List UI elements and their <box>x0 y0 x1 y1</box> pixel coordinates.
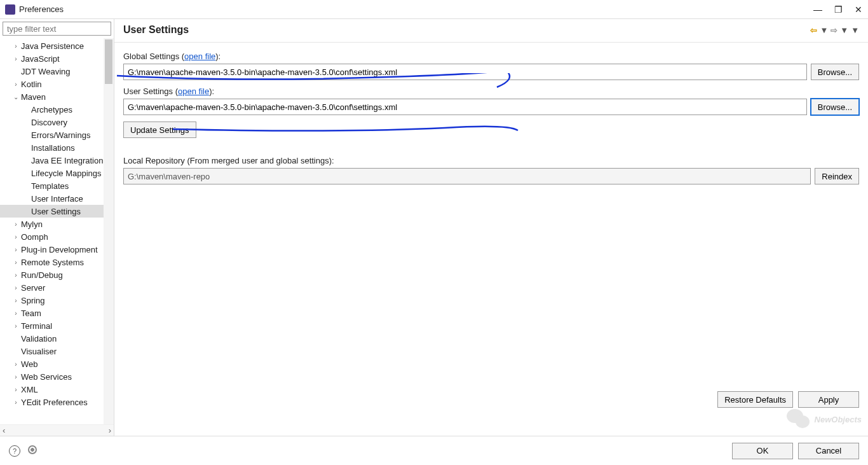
user-open-file-link[interactable]: open file <box>178 87 209 96</box>
tree-label: User Interface <box>31 194 83 204</box>
window-title: Preferences <box>19 4 813 14</box>
chevron-right-icon[interactable]: › <box>11 310 20 317</box>
tree-item-templates[interactable]: Templates <box>0 179 114 192</box>
tree-item-xml[interactable]: ›XML <box>0 383 114 396</box>
tree-item-remote-systems[interactable]: ›Remote Systems <box>0 256 114 268</box>
tree-item-javascript[interactable]: ›JavaScript <box>0 52 114 65</box>
global-browse-button[interactable]: Browse... <box>811 64 859 80</box>
tree-item-maven[interactable]: ⌄Maven <box>0 90 114 103</box>
tree-label: JDT Weaving <box>20 67 71 76</box>
chevron-right-icon[interactable]: › <box>11 272 20 279</box>
ok-button[interactable]: OK <box>732 443 793 459</box>
update-settings-button[interactable]: Update Settings <box>123 121 196 138</box>
tree-item-validation[interactable]: Validation <box>0 332 114 345</box>
tree-label: JavaScript <box>20 54 60 64</box>
user-settings-input[interactable] <box>123 99 807 115</box>
chevron-right-icon[interactable]: › <box>11 246 20 253</box>
tree-label: Kotlin <box>20 80 42 89</box>
tree-hscroll[interactable]: ‹› <box>0 424 114 436</box>
chevron-right-icon[interactable]: › <box>11 221 20 228</box>
chevron-right-icon[interactable]: › <box>11 373 20 380</box>
tree-label: Java EE Integration <box>31 156 103 165</box>
tree-label: Terminal <box>20 321 52 331</box>
chevron-right-icon[interactable]: › <box>11 81 20 88</box>
apply-button[interactable]: Apply <box>798 391 859 408</box>
chevron-right-icon[interactable]: › <box>11 361 20 368</box>
tree-item-user-settings[interactable]: User Settings <box>0 205 114 218</box>
menu-dropdown-icon[interactable]: ▼ <box>851 25 859 35</box>
import-export-icon[interactable] <box>28 445 37 454</box>
tree-item-discovery[interactable]: Discovery <box>0 116 114 128</box>
forward-dropdown-icon[interactable]: ▼ <box>840 25 848 35</box>
tree-item-team[interactable]: ›Team <box>0 307 114 319</box>
tree-item-oomph[interactable]: ›Oomph <box>0 230 114 243</box>
tree-label: Archetypes <box>31 105 72 115</box>
close-button[interactable]: ✕ <box>854 5 863 14</box>
tree-item-plug-in-development[interactable]: ›Plug-in Development <box>0 243 114 256</box>
restore-defaults-button[interactable]: Restore Defaults <box>717 391 793 408</box>
local-repo-input <box>123 168 811 184</box>
tree-item-mylyn[interactable]: ›Mylyn <box>0 218 114 230</box>
chevron-right-icon[interactable]: › <box>11 43 20 50</box>
tree-label: Mylyn <box>20 219 43 229</box>
tree-label: Server <box>20 283 45 293</box>
user-settings-label: User Settings (open file): <box>123 87 859 96</box>
tree-item-terminal[interactable]: ›Terminal <box>0 319 114 332</box>
tree-item-archetypes[interactable]: Archetypes <box>0 103 114 116</box>
global-settings-input[interactable] <box>123 64 807 80</box>
help-icon[interactable]: ? <box>9 445 20 457</box>
chevron-right-icon[interactable]: › <box>11 297 20 304</box>
tree-item-user-interface[interactable]: User Interface <box>0 192 114 205</box>
tree-label: Spring <box>20 296 45 305</box>
tree-label: Discovery <box>31 118 67 127</box>
cancel-button[interactable]: Cancel <box>798 443 859 459</box>
user-browse-button[interactable]: Browse... <box>811 99 859 115</box>
chevron-right-icon[interactable]: › <box>11 55 20 62</box>
tree-label: Web Services <box>20 372 72 382</box>
global-settings-label: Global Settings (open file): <box>123 52 859 61</box>
forward-icon[interactable]: ⇨ <box>831 25 837 35</box>
tree-label: User Settings <box>31 207 81 216</box>
preferences-tree[interactable]: ›Java Persistence›JavaScriptJDT Weaving›… <box>0 38 114 424</box>
sidebar: ›Java Persistence›JavaScriptJDT Weaving›… <box>0 19 114 436</box>
tree-item-web-services[interactable]: ›Web Services <box>0 370 114 383</box>
chevron-right-icon[interactable]: › <box>11 323 20 330</box>
tree-item-spring[interactable]: ›Spring <box>0 294 114 307</box>
tree-item-web[interactable]: ›Web <box>0 357 114 370</box>
dialog-footer: ? OK Cancel <box>0 436 868 465</box>
tree-label: Plug-in Development <box>20 245 98 254</box>
chevron-right-icon[interactable]: › <box>11 233 20 240</box>
tree-item-java-ee-integration[interactable]: Java EE Integration <box>0 154 114 167</box>
tree-item-server[interactable]: ›Server <box>0 281 114 294</box>
back-icon[interactable]: ⇦ <box>810 25 817 35</box>
tree-item-jdt-weaving[interactable]: JDT Weaving <box>0 65 114 78</box>
tree-item-installations[interactable]: Installations <box>0 141 114 154</box>
chevron-right-icon[interactable]: › <box>11 284 20 291</box>
tree-item-lifecycle-mappings[interactable]: Lifecycle Mappings <box>0 167 114 179</box>
tree-label: Validation <box>20 334 57 344</box>
nav-history: ⇦ ▼ ⇨ ▼ ▼ <box>810 25 859 35</box>
filter-container <box>3 22 111 36</box>
tree-item-yedit-preferences[interactable]: ›YEdit Preferences <box>0 396 114 408</box>
filter-input[interactable] <box>3 22 111 36</box>
tree-scrollbar[interactable] <box>104 38 114 424</box>
tree-label: Lifecycle Mappings <box>31 169 102 178</box>
tree-item-errors-warnings[interactable]: Errors/Warnings <box>0 128 114 141</box>
page-title: User Settings <box>123 24 810 36</box>
tree-label: Run/Debug <box>20 270 63 280</box>
tree-item-visualiser[interactable]: Visualiser <box>0 345 114 357</box>
tree-item-run-debug[interactable]: ›Run/Debug <box>0 268 114 281</box>
tree-item-java-persistence[interactable]: ›Java Persistence <box>0 39 114 52</box>
global-open-file-link[interactable]: open file <box>184 52 215 61</box>
back-dropdown-icon[interactable]: ▼ <box>820 25 828 35</box>
tree-label: Errors/Warnings <box>31 130 90 140</box>
chevron-right-icon[interactable]: › <box>11 386 20 393</box>
tree-item-kotlin[interactable]: ›Kotlin <box>0 78 114 90</box>
chevron-right-icon[interactable]: › <box>11 399 20 406</box>
titlebar: Preferences ― ❐ ✕ <box>0 0 868 19</box>
minimize-button[interactable]: ― <box>813 5 822 14</box>
chevron-right-icon[interactable]: › <box>11 259 20 266</box>
maximize-button[interactable]: ❐ <box>834 5 843 14</box>
chevron-down-icon[interactable]: ⌄ <box>11 94 20 101</box>
reindex-button[interactable]: Reindex <box>815 168 859 184</box>
